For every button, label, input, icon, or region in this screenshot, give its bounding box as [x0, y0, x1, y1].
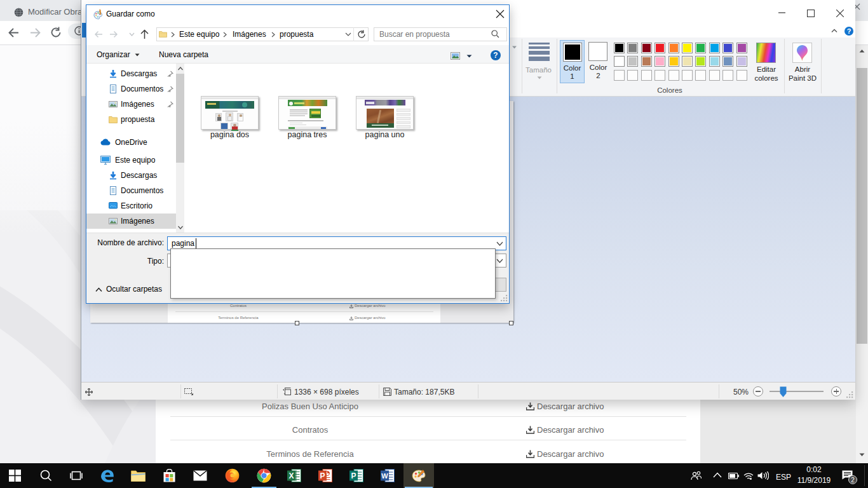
svg-text:X: X	[288, 471, 294, 480]
svg-text:W: W	[381, 472, 388, 480]
svg-text:P: P	[351, 471, 356, 480]
svg-text:P: P	[320, 471, 325, 480]
